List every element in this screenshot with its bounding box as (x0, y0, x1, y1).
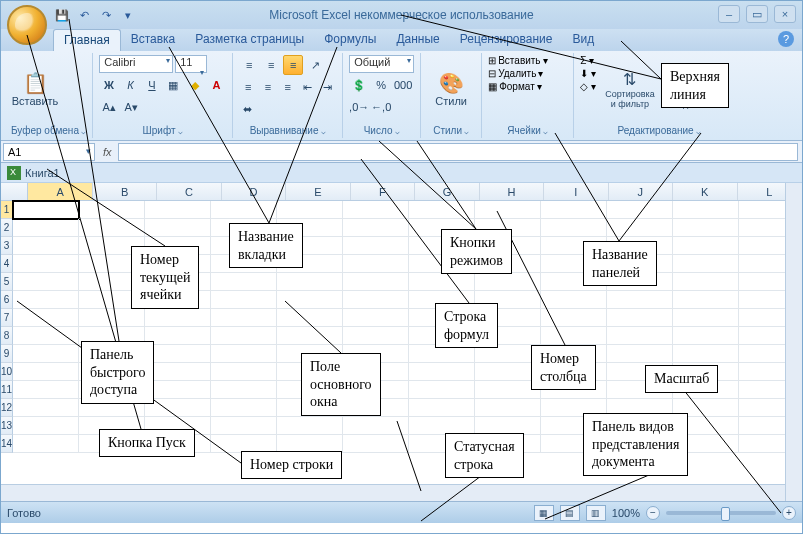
shrink-font-button[interactable]: A▾ (121, 97, 141, 117)
cell[interactable] (13, 399, 79, 417)
cell[interactable] (541, 219, 607, 237)
row-header-2[interactable]: 2 (1, 219, 13, 237)
col-header-f[interactable]: F (351, 183, 415, 200)
row-header-9[interactable]: 9 (1, 345, 13, 363)
fill-color-button[interactable]: ◆ (185, 75, 205, 95)
percent-button[interactable]: % (371, 75, 391, 95)
cell[interactable] (409, 273, 475, 291)
close-button[interactable]: × (774, 5, 796, 23)
horizontal-scrollbar[interactable] (1, 484, 785, 501)
align-left-button[interactable]: ≡ (239, 77, 257, 97)
name-box[interactable]: A1 (3, 143, 95, 161)
cell[interactable] (277, 309, 343, 327)
col-header-d[interactable]: D (222, 183, 286, 200)
tab-page-layout[interactable]: Разметка страницы (185, 29, 314, 51)
cell[interactable] (145, 345, 211, 363)
cell[interactable] (409, 399, 475, 417)
row-header-12[interactable]: 12 (1, 399, 13, 417)
vertical-scrollbar[interactable] (785, 183, 802, 501)
cell[interactable] (343, 291, 409, 309)
tab-insert[interactable]: Вставка (121, 29, 186, 51)
cell[interactable] (211, 363, 277, 381)
cell[interactable] (13, 255, 79, 273)
cell[interactable] (475, 399, 541, 417)
cell[interactable] (211, 417, 277, 435)
cell[interactable] (277, 327, 343, 345)
cell[interactable] (211, 273, 277, 291)
clear-button[interactable]: ◇ ▾ (580, 81, 596, 92)
cell[interactable] (13, 273, 79, 291)
select-all-corner[interactable] (1, 183, 28, 200)
tab-formulas[interactable]: Формулы (314, 29, 386, 51)
zoom-level[interactable]: 100% (612, 507, 640, 519)
font-color-button[interactable]: A (207, 75, 227, 95)
cell[interactable] (607, 291, 673, 309)
cell[interactable] (13, 345, 79, 363)
cell[interactable] (541, 309, 607, 327)
underline-button[interactable]: Ч (142, 75, 162, 95)
zoom-out-button[interactable]: − (646, 506, 660, 520)
row-header-3[interactable]: 3 (1, 237, 13, 255)
col-header-h[interactable]: H (480, 183, 544, 200)
cell[interactable] (13, 237, 79, 255)
align-top-button[interactable]: ≡ (239, 55, 259, 75)
align-bottom-button[interactable]: ≡ (283, 55, 303, 75)
cell[interactable] (145, 219, 211, 237)
view-break-button[interactable]: ▥ (586, 505, 606, 521)
zoom-in-button[interactable]: + (782, 506, 796, 520)
zoom-slider[interactable] (666, 511, 776, 515)
col-header-j[interactable]: J (609, 183, 673, 200)
tab-home[interactable]: Главная (53, 29, 121, 51)
dec-decimal-button[interactable]: ←,0 (371, 97, 391, 117)
tab-view[interactable]: Вид (562, 29, 604, 51)
cell[interactable] (343, 255, 409, 273)
save-icon[interactable]: 💾 (53, 6, 71, 24)
currency-button[interactable]: 💲 (349, 75, 369, 95)
col-header-i[interactable]: I (544, 183, 608, 200)
minimize-button[interactable]: – (718, 5, 740, 23)
cell[interactable] (343, 273, 409, 291)
restore-button[interactable]: ▭ (746, 5, 768, 23)
sort-filter-button[interactable]: ⇅ Сортировка и фильтр (600, 55, 660, 123)
col-header-b[interactable]: B (93, 183, 157, 200)
cell[interactable] (211, 399, 277, 417)
cell[interactable] (673, 255, 739, 273)
italic-button[interactable]: К (121, 75, 141, 95)
cell[interactable] (211, 309, 277, 327)
align-middle-button[interactable]: ≡ (261, 55, 281, 75)
bold-button[interactable]: Ж (99, 75, 119, 95)
col-header-a[interactable]: A (28, 183, 92, 200)
number-format-select[interactable]: Общий (349, 55, 414, 73)
row-header-1[interactable]: 1 (1, 201, 13, 219)
qat-more-icon[interactable]: ▾ (119, 6, 137, 24)
cell[interactable] (541, 327, 607, 345)
cell[interactable] (277, 291, 343, 309)
formula-input[interactable] (118, 143, 798, 161)
cell[interactable] (673, 291, 739, 309)
comma-button[interactable]: 000 (393, 75, 413, 95)
cell[interactable] (673, 273, 739, 291)
cells-insert-button[interactable]: ⊞ Вставить ▾ (488, 55, 567, 66)
align-right-button[interactable]: ≡ (279, 77, 297, 97)
cell[interactable] (13, 435, 79, 453)
border-button[interactable]: ▦ (164, 75, 184, 95)
indent-dec-button[interactable]: ⇤ (299, 77, 317, 97)
cell[interactable] (145, 381, 211, 399)
font-size-select[interactable]: 11 (175, 55, 207, 73)
cell[interactable] (607, 327, 673, 345)
cell[interactable] (673, 309, 739, 327)
cell[interactable] (277, 273, 343, 291)
cell[interactable] (607, 309, 673, 327)
cell[interactable] (145, 399, 211, 417)
cell[interactable] (541, 291, 607, 309)
cell[interactable] (607, 219, 673, 237)
fx-icon[interactable]: fx (97, 146, 118, 158)
grow-font-button[interactable]: A▴ (99, 97, 119, 117)
cell[interactable] (277, 417, 343, 435)
undo-icon[interactable]: ↶ (75, 6, 93, 24)
cell[interactable] (343, 327, 409, 345)
cell[interactable] (409, 363, 475, 381)
office-button[interactable] (7, 5, 47, 45)
paste-button[interactable]: 📋 Вставить (11, 55, 59, 123)
cell[interactable] (673, 237, 739, 255)
